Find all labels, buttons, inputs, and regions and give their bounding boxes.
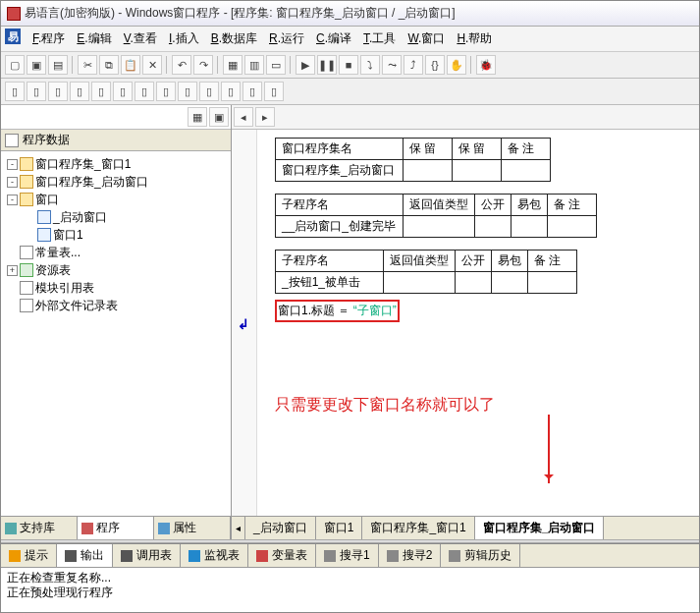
paste-button[interactable]: 📋 — [121, 55, 140, 75]
editor-tabs-scroll-left[interactable]: ◂ — [232, 517, 245, 539]
tab-label: 程序 — [96, 520, 120, 536]
tree-item-label: 模块引用表 — [35, 279, 94, 297]
tab-icon — [81, 523, 93, 534]
tree-item[interactable]: _启动窗口 — [3, 208, 229, 226]
menu-item[interactable]: I.插入 — [163, 28, 205, 49]
menu-item[interactable]: C.编译 — [310, 28, 357, 49]
menu-item[interactable]: E.编辑 — [71, 28, 117, 49]
step-out-button[interactable]: ⤴ — [404, 55, 423, 75]
output-tab[interactable]: 剪辑历史 — [441, 544, 520, 567]
align-2[interactable]: ▯ — [27, 82, 46, 101]
editor-tab[interactable]: 窗口程序集_启动窗口 — [475, 517, 605, 539]
align-11[interactable]: ▯ — [221, 82, 241, 101]
align-13[interactable]: ▯ — [264, 82, 284, 101]
t2r0[interactable]: __启动窗口_创建完毕 — [276, 216, 404, 238]
hand-button[interactable]: ✋ — [447, 55, 466, 75]
cut-button[interactable]: ✂ — [78, 55, 97, 75]
align-8[interactable]: ▯ — [156, 82, 176, 101]
stop-button[interactable]: ■ — [339, 55, 358, 75]
sidebar-btn-2[interactable]: ▣ — [209, 107, 229, 127]
align-1[interactable]: ▯ — [5, 82, 25, 101]
expander-icon[interactable]: - — [7, 195, 18, 205]
tree-item[interactable]: 外部文件记录表 — [3, 297, 229, 314]
tree-item[interactable]: 模块引用表 — [3, 279, 229, 297]
menu-item[interactable]: W.窗口 — [402, 28, 451, 49]
t3h0: 子程序名 — [276, 251, 384, 272]
editor-document[interactable]: ↲ 窗口程序集名 保 留 保 留 备 注 窗口程序集_启动窗口 子程序名 返回值… — [232, 130, 699, 516]
new-button[interactable]: ▢ — [5, 55, 25, 75]
align-10[interactable]: ▯ — [199, 82, 219, 101]
output-tab[interactable]: 提示 — [1, 544, 57, 567]
sidebar-tab[interactable]: 支持库 — [1, 517, 78, 539]
output-tab[interactable]: 调用表 — [113, 544, 181, 567]
delete-button[interactable]: ✕ — [142, 55, 162, 75]
expander-icon[interactable]: - — [7, 159, 18, 170]
tab-icon — [449, 550, 460, 562]
td-assembly-name[interactable]: 窗口程序集_启动窗口 — [276, 160, 404, 182]
output-tab[interactable]: 变量表 — [248, 544, 316, 567]
table-icon — [20, 299, 33, 312]
tree-item[interactable]: 窗口1 — [3, 226, 229, 244]
expander-icon[interactable]: + — [7, 265, 18, 276]
align-4[interactable]: ▯ — [70, 82, 89, 101]
sidebar-btn-1[interactable]: ▦ — [188, 107, 207, 127]
pause-button[interactable]: ❚❚ — [317, 55, 337, 75]
menu-item[interactable]: T.工具 — [357, 28, 402, 49]
align-12[interactable]: ▯ — [242, 82, 262, 101]
project-tree[interactable]: -窗口程序集_窗口1-窗口程序集_启动窗口-窗口_启动窗口窗口1常量表...+资… — [1, 151, 231, 516]
menu-item[interactable]: V.查看 — [118, 28, 163, 49]
tree-item[interactable]: -窗口程序集_启动窗口 — [3, 173, 229, 191]
editor-tab[interactable]: 窗口1 — [316, 517, 363, 539]
align-7[interactable]: ▯ — [135, 82, 154, 101]
open-button[interactable]: ▣ — [27, 55, 46, 75]
copy-button[interactable]: ⧉ — [99, 55, 119, 75]
code-highlight-box: 窗口1.标题 ＝ “子窗口” — [275, 300, 400, 322]
layout-b-button[interactable]: ▥ — [244, 55, 264, 75]
layout-c-button[interactable]: ▭ — [266, 55, 286, 75]
run-button[interactable]: ▶ — [296, 55, 315, 75]
save-button[interactable]: ▤ — [48, 55, 68, 75]
tree-item[interactable]: +资源表 — [3, 261, 229, 279]
t3r0[interactable]: _按钮1_被单击 — [276, 272, 384, 294]
output-tab[interactable]: 搜寻2 — [379, 544, 442, 567]
align-9[interactable]: ▯ — [178, 82, 197, 101]
output-tab[interactable]: 搜寻1 — [316, 544, 379, 567]
output-tab[interactable]: 监视表 — [181, 544, 248, 567]
menu-item[interactable]: R.运行 — [263, 28, 310, 49]
menu-item[interactable]: H.帮助 — [451, 28, 498, 49]
output-tabs: 提示输出调用表监视表变量表搜寻1搜寻2剪辑历史 — [1, 544, 699, 568]
ed-nav-fwd[interactable]: ▸ — [255, 107, 275, 127]
tree-item[interactable]: 常量表... — [3, 244, 229, 261]
tab-icon — [256, 550, 268, 562]
editor-tab[interactable]: 窗口程序集_窗口1 — [362, 517, 474, 539]
align-3[interactable]: ▯ — [48, 82, 68, 101]
align-6[interactable]: ▯ — [113, 82, 133, 101]
step-into-button[interactable]: ⤵ — [360, 55, 380, 75]
brace-button[interactable]: {} — [425, 55, 445, 75]
tab-label: 剪辑历史 — [464, 547, 512, 564]
layout-a-button[interactable]: ▦ — [223, 55, 242, 75]
debug-button[interactable]: 🐞 — [476, 55, 496, 75]
tree-header: 程序数据 — [1, 130, 231, 151]
tab-label: 属性 — [173, 520, 196, 536]
output-body[interactable]: 正在检查重复名称... 正在预处理现行程序 — [1, 568, 699, 612]
align-5[interactable]: ▯ — [91, 82, 111, 101]
sidebar-tab[interactable]: 程序 — [78, 517, 154, 539]
folder-icon — [20, 193, 33, 206]
tree-item[interactable]: -窗口程序集_窗口1 — [3, 155, 229, 173]
sidebar-tab[interactable]: 属性 — [154, 517, 231, 539]
output-tab[interactable]: 输出 — [57, 544, 113, 567]
redo-button[interactable]: ↷ — [193, 55, 213, 75]
code-line[interactable]: 窗口1.标题 ＝ “子窗口” — [278, 304, 397, 317]
t2h3: 易包 — [512, 195, 548, 216]
undo-button[interactable]: ↶ — [172, 55, 191, 75]
expander-icon[interactable]: - — [7, 177, 18, 188]
editor-tab[interactable]: _启动窗口 — [245, 517, 316, 539]
menu-item[interactable]: B.数据库 — [205, 28, 263, 49]
ed-nav-back[interactable]: ◂ — [234, 107, 253, 127]
menu-item[interactable]: F.程序 — [27, 28, 71, 49]
step-over-button[interactable]: ⤳ — [382, 55, 402, 75]
tree-item[interactable]: -窗口 — [3, 191, 229, 208]
t3h1: 返回值类型 — [384, 251, 456, 272]
tab-icon — [324, 550, 336, 562]
